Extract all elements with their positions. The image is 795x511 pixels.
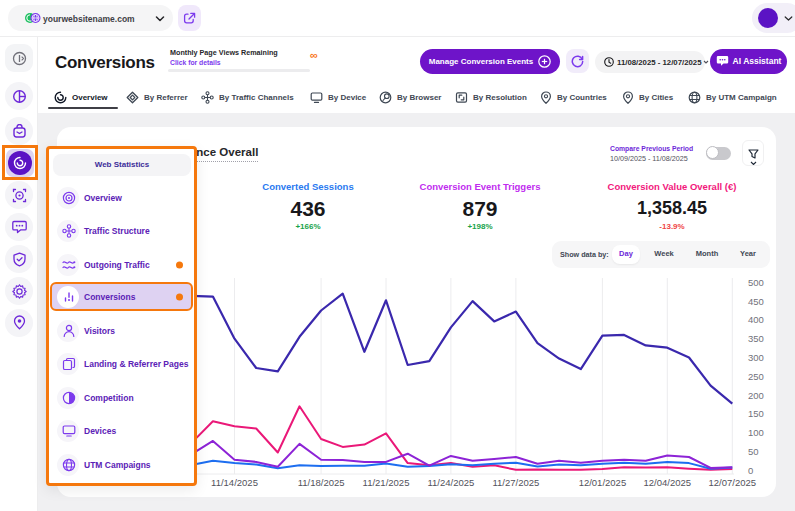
svg-text:450: 450 [748,296,764,307]
svg-text:12/04/2025: 12/04/2025 [644,477,692,488]
svg-text:11/27/2025: 11/27/2025 [492,477,539,488]
svg-text:11/24/2025: 11/24/2025 [427,477,474,488]
svg-text:400: 400 [748,314,764,325]
svg-text:11/21/2025: 11/21/2025 [363,477,410,488]
svg-text:11/14/2025: 11/14/2025 [211,477,258,488]
svg-text:150: 150 [748,408,764,419]
svg-text:100: 100 [748,427,764,438]
svg-text:250: 250 [748,371,764,382]
svg-text:12/07/2025: 12/07/2025 [709,477,757,488]
svg-text:500: 500 [748,277,764,288]
svg-text:350: 350 [748,333,764,344]
svg-text:200: 200 [748,390,764,401]
svg-text:50: 50 [748,446,759,457]
svg-text:12/01/2025: 12/01/2025 [579,477,627,488]
svg-text:300: 300 [748,352,764,363]
svg-text:0: 0 [748,465,753,476]
svg-text:11/18/2025: 11/18/2025 [298,477,345,488]
